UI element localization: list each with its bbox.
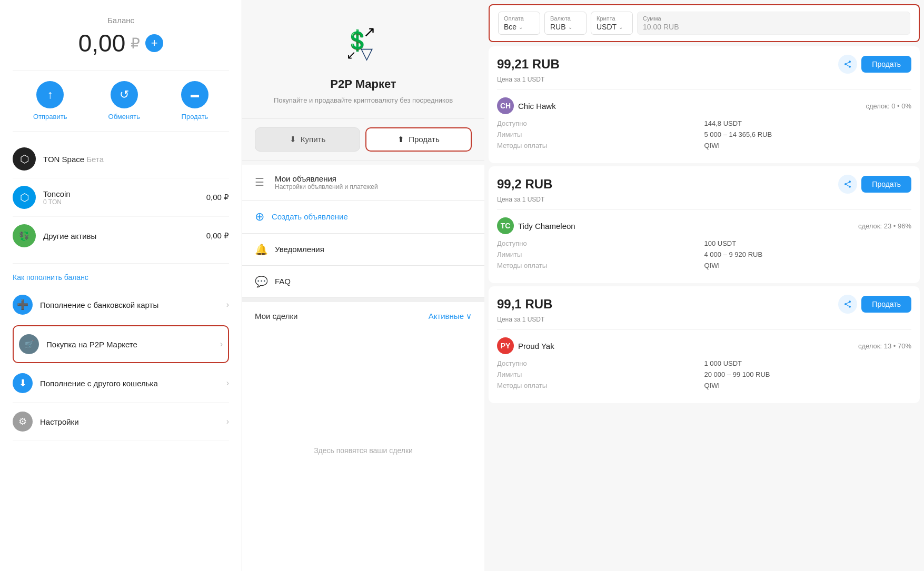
my-ads-title: Мои объявления bbox=[275, 174, 378, 183]
notifications-icon: 🔔 bbox=[255, 243, 267, 256]
sell-tab-icon: ⬆ bbox=[398, 135, 404, 144]
faq-icon: 💬 bbox=[255, 275, 267, 288]
wallet-item-toncoin[interactable]: ⬡ Toncoin 0 TON 0,00 ₽ bbox=[13, 178, 229, 217]
sell-tab-label: Продать bbox=[409, 135, 440, 144]
crypto-filter[interactable]: Крипта USDT ⌄ bbox=[591, 12, 633, 35]
offer2-per: Цена за 1 USDT bbox=[497, 196, 911, 203]
p2p-buy-arrow: › bbox=[220, 339, 223, 349]
currency-value: RUB ⌄ bbox=[550, 23, 581, 31]
offer3-avatar: PY bbox=[497, 337, 514, 354]
crypto-label: Крипта bbox=[597, 15, 627, 22]
my-ads-icon: ☰ bbox=[255, 176, 267, 188]
offer1-avatar: CH bbox=[497, 97, 514, 114]
payment-arrow: ⌄ bbox=[519, 24, 523, 30]
currency-filter[interactable]: Валюта RUB ⌄ bbox=[544, 12, 587, 35]
buy-sell-tabs: ⬇ Купить ⬆ Продать bbox=[242, 119, 484, 161]
offer3-stats: сделок: 13 • 70% bbox=[858, 342, 911, 350]
offer2-details: Доступно 100 USDT Лимиты 4 000 – 9 920 R… bbox=[497, 239, 911, 269]
other-assets-icon: 💱 bbox=[13, 224, 36, 247]
ton-space-name: TON Space Бета bbox=[43, 155, 229, 164]
menu-item-bank-card[interactable]: ➕ Пополнение с банковской карты › bbox=[13, 286, 229, 324]
offer1-stats: сделок: 0 • 0% bbox=[866, 102, 911, 110]
toncoin-icon: ⬡ bbox=[13, 186, 36, 209]
amount-filter[interactable]: Сумма 10.00 RUB bbox=[637, 12, 910, 35]
offer1-price: 99,21 RUB bbox=[497, 57, 560, 72]
p2p-header: 💲 ↗ ↙ ▽ P2P Маркет Покупайте и продавайт… bbox=[242, 0, 484, 119]
svg-text:▽: ▽ bbox=[361, 45, 373, 62]
sell-icon: ▬ bbox=[181, 81, 208, 108]
balance-add-button[interactable]: + bbox=[145, 34, 163, 52]
my-deals-title: Мои сделки bbox=[255, 312, 297, 320]
create-ad-label: Создать объявление bbox=[272, 212, 348, 221]
bank-card-label: Пополнение с банковской карты bbox=[40, 300, 219, 309]
active-filter[interactable]: Активные ∨ bbox=[429, 312, 472, 321]
create-ad-item[interactable]: ⊕ Создать объявление bbox=[242, 201, 484, 234]
sell-action-button[interactable]: ▬ Продать bbox=[181, 81, 208, 121]
send-button[interactable]: ↑ Отправить bbox=[33, 81, 67, 121]
my-deals-header: Мои сделки Активные ∨ bbox=[242, 298, 484, 330]
crypto-arrow: ⌄ bbox=[619, 24, 623, 30]
exchange-label: Обменять bbox=[108, 113, 140, 121]
offer1-details: Доступно 144,8 USDT Лимиты 5 000 – 14 36… bbox=[497, 119, 911, 149]
balance-section: Баланс 0,00 ₽ + bbox=[13, 16, 229, 71]
offer3-seller-name: Proud Yak bbox=[518, 342, 554, 350]
notifications-title: Уведомления bbox=[275, 245, 324, 254]
exchange-icon: ↺ bbox=[111, 81, 138, 108]
balance-value: 0,00 bbox=[78, 29, 126, 57]
wallet-item-ton-space[interactable]: ⬡ TON Space Бета bbox=[13, 140, 229, 178]
wallet-item-other[interactable]: 💱 Другие активы 0,00 ₽ bbox=[13, 217, 229, 255]
menu-list: ➕ Пополнение с банковской карты › 🛒 Поку… bbox=[13, 286, 229, 441]
offer-card-1: 99,21 RUB Продать Цена за 1 USDT CH Chic… bbox=[489, 46, 920, 163]
payment-label: Оплата bbox=[504, 15, 534, 22]
offer1-per: Цена за 1 USDT bbox=[497, 76, 911, 83]
settings-arrow: › bbox=[226, 417, 229, 426]
amount-value: 10.00 RUB bbox=[643, 23, 905, 31]
filters-bar: Оплата Все ⌄ Валюта RUB ⌄ Крипта USDT ⌄ … bbox=[489, 4, 920, 42]
offer1-seller-name: Chic Hawk bbox=[518, 102, 556, 111]
beta-badge: Бета bbox=[86, 155, 104, 164]
offer-card-2: 99,2 RUB Продать Цена за 1 USDT TC Tidy … bbox=[489, 166, 920, 283]
offer1-share-button[interactable] bbox=[838, 55, 857, 74]
offer3-sell-button[interactable]: Продать bbox=[861, 296, 911, 313]
offer3-share-button[interactable] bbox=[838, 295, 857, 314]
payment-filter[interactable]: Оплата Все ⌄ bbox=[498, 12, 540, 35]
exchange-button[interactable]: ↺ Обменять bbox=[108, 81, 140, 121]
balance-amount: 0,00 ₽ + bbox=[13, 29, 229, 57]
offer2-share-button[interactable] bbox=[838, 175, 857, 194]
toncoin-name: Toncoin bbox=[43, 189, 199, 198]
currency-arrow: ⌄ bbox=[568, 24, 572, 30]
svg-text:↙: ↙ bbox=[346, 48, 356, 62]
my-ads-sub: Настройки объявлений и платежей bbox=[275, 183, 378, 191]
top-up-label: Как пополнить баланс bbox=[13, 264, 229, 286]
faq-item[interactable]: 💬 FAQ bbox=[242, 266, 484, 298]
offer1-sell-button[interactable]: Продать bbox=[861, 56, 911, 73]
menu-item-settings[interactable]: ⚙ Настройки › bbox=[13, 403, 229, 441]
bank-card-icon: ➕ bbox=[13, 295, 33, 315]
menu-item-p2p-buy[interactable]: 🛒 Покупка на P2P Маркете › bbox=[13, 325, 229, 363]
buy-tab[interactable]: ⬇ Купить bbox=[255, 127, 360, 152]
sell-action-label: Продать bbox=[182, 113, 208, 121]
middle-panel: 💲 ↗ ↙ ▽ P2P Маркет Покупайте и продавайт… bbox=[242, 0, 484, 571]
wallet-list: ⬡ TON Space Бета ⬡ Toncoin 0 TON 0,00 ₽ … bbox=[13, 132, 229, 264]
offer-card-3: 99,1 RUB Продать Цена за 1 USDT PY Proud… bbox=[489, 286, 920, 403]
payment-value: Все ⌄ bbox=[504, 23, 534, 31]
offer3-details: Доступно 1 000 USDT Лимиты 20 000 – 99 1… bbox=[497, 359, 911, 389]
my-ads-item[interactable]: ☰ Мои объявления Настройки объявлений и … bbox=[242, 165, 484, 201]
p2p-subtitle: Покупайте и продавайте криптовалюту без … bbox=[258, 95, 469, 106]
other-assets-amount: 0,00 ₽ bbox=[206, 231, 229, 241]
settings-label: Настройки bbox=[40, 417, 219, 426]
offer3-per: Цена за 1 USDT bbox=[497, 316, 911, 323]
middle-menu: ☰ Мои объявления Настройки объявлений и … bbox=[242, 161, 484, 298]
menu-item-other-wallet[interactable]: ⬇ Пополнение с другого кошелька › bbox=[13, 364, 229, 403]
p2p-buy-icon: 🛒 bbox=[19, 334, 39, 354]
send-icon: ↑ bbox=[36, 81, 64, 108]
ton-space-icon: ⬡ bbox=[13, 147, 36, 171]
offer2-sell-button[interactable]: Продать bbox=[861, 176, 911, 193]
sell-tab[interactable]: ⬆ Продать bbox=[365, 127, 472, 152]
currency-label: Валюта bbox=[550, 15, 581, 22]
offer3-price: 99,1 RUB bbox=[497, 297, 552, 312]
deals-empty: Здесь появятся ваши сделки bbox=[242, 330, 484, 572]
other-wallet-arrow: › bbox=[226, 378, 229, 388]
notifications-item[interactable]: 🔔 Уведомления bbox=[242, 234, 484, 266]
action-buttons: ↑ Отправить ↺ Обменять ▬ Продать bbox=[13, 71, 229, 132]
